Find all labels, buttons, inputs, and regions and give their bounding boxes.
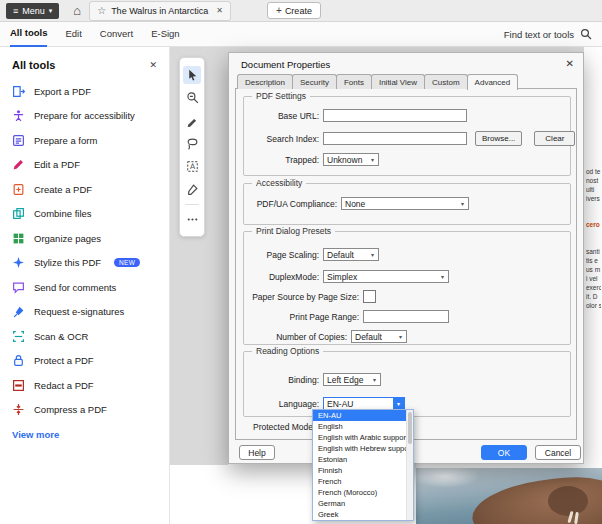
select-value: Simplex bbox=[327, 272, 357, 282]
pdfua-compliance-select[interactable]: None ▾ bbox=[341, 197, 469, 210]
select-tool[interactable] bbox=[183, 66, 201, 84]
nav-edit[interactable]: Edit bbox=[65, 22, 81, 46]
sidebar-item-protect-pdf[interactable]: Protect a PDF bbox=[0, 349, 169, 374]
language-option[interactable]: Finnish bbox=[313, 465, 413, 476]
protect-pdf-icon bbox=[12, 354, 25, 367]
sidebar-item-prepare-accessibility[interactable]: Prepare for accessibility bbox=[0, 104, 169, 129]
organize-pages-icon bbox=[12, 232, 25, 245]
eraser-tool[interactable] bbox=[183, 181, 201, 199]
stylize-pdf-icon bbox=[12, 256, 25, 269]
chevron-down-icon: ▾ bbox=[367, 249, 378, 260]
scrollbar-thumb[interactable] bbox=[408, 412, 412, 444]
sidebar-item-label: Edit a PDF bbox=[34, 159, 80, 170]
language-option[interactable]: English with Hebrew support bbox=[313, 443, 413, 454]
sidebar-item-organize-pages[interactable]: Organize pages bbox=[0, 226, 169, 251]
lasso-tool[interactable] bbox=[183, 135, 201, 153]
nav-convert[interactable]: Convert bbox=[100, 22, 133, 46]
language-dropdown-list: EN-AU English English with Arabic suppor… bbox=[312, 409, 414, 521]
language-option[interactable]: English bbox=[313, 421, 413, 432]
language-option[interactable]: French (Morocco) bbox=[313, 487, 413, 498]
menu-button[interactable]: ≡ Menu ▾ bbox=[6, 3, 59, 19]
nav-esign[interactable]: E-Sign bbox=[151, 22, 180, 46]
sidebar-item-request-esignatures[interactable]: Request e-signatures bbox=[0, 300, 169, 325]
close-icon[interactable]: ✕ bbox=[216, 6, 223, 15]
document-text-fragment: cero bbox=[586, 221, 601, 228]
sidebar-item-export-pdf[interactable]: Export a PDF bbox=[0, 79, 169, 104]
help-button[interactable]: Help bbox=[239, 445, 275, 460]
trapped-select[interactable]: Unknown ▾ bbox=[323, 153, 379, 166]
nav-all-tools[interactable]: All tools bbox=[10, 21, 47, 47]
tab-description[interactable]: Description bbox=[237, 74, 293, 89]
create-label: Create bbox=[285, 6, 312, 16]
home-button[interactable]: ⌂ bbox=[73, 3, 81, 18]
sidebar-item-scan-ocr[interactable]: Scan & OCR bbox=[0, 324, 169, 349]
select-value: None bbox=[345, 199, 365, 209]
trapped-label: Trapped: bbox=[243, 155, 319, 165]
tab-custom[interactable]: Custom bbox=[424, 74, 468, 89]
sidebar-item-edit-pdf[interactable]: Edit a PDF bbox=[0, 153, 169, 178]
sidebar-item-label: Send for comments bbox=[34, 282, 116, 293]
tab-advanced[interactable]: Advanced bbox=[467, 74, 519, 90]
sidebar-item-label: Combine files bbox=[34, 208, 92, 219]
duplex-mode-label: DuplexMode: bbox=[243, 272, 319, 282]
ok-button[interactable]: OK bbox=[481, 445, 527, 460]
duplex-mode-select[interactable]: Simplex ▾ bbox=[323, 270, 449, 283]
sidebar-item-label: Protect a PDF bbox=[34, 355, 94, 366]
more-tools[interactable] bbox=[183, 211, 201, 229]
page-scaling-select[interactable]: Default ▾ bbox=[323, 248, 379, 261]
search-index-label: Search Index: bbox=[243, 134, 319, 144]
language-option[interactable]: Greek bbox=[313, 509, 413, 520]
accessibility-icon bbox=[12, 109, 25, 122]
number-of-copies-select[interactable]: Default ▾ bbox=[351, 330, 407, 343]
prepare-form-icon bbox=[12, 134, 25, 147]
compress-pdf-icon bbox=[12, 403, 25, 416]
sidebar-item-label: Request e-signatures bbox=[34, 306, 124, 317]
svg-text:A: A bbox=[189, 162, 195, 171]
search-index-input[interactable] bbox=[323, 132, 467, 145]
document-text-fragment: nost bbox=[586, 177, 601, 184]
star-icon[interactable]: ☆ bbox=[97, 5, 106, 16]
language-option[interactable]: Estonian bbox=[313, 454, 413, 465]
combine-files-icon bbox=[12, 207, 25, 220]
tab-initial-view[interactable]: Initial View bbox=[371, 74, 425, 89]
language-option[interactable]: French bbox=[313, 476, 413, 487]
sidebar-item-send-comments[interactable]: Send for comments bbox=[0, 275, 169, 300]
browse-button[interactable]: Browse... bbox=[475, 131, 522, 146]
language-option[interactable]: EN-AU bbox=[313, 410, 413, 421]
sidebar-item-label: Redact a PDF bbox=[34, 380, 94, 391]
sidebar-title: All tools bbox=[12, 59, 55, 71]
binding-select[interactable]: Left Edge ▾ bbox=[323, 373, 381, 386]
sidebar-item-stylize-pdf[interactable]: Stylize this PDF NEW bbox=[0, 251, 169, 276]
clear-button[interactable]: Clear bbox=[534, 131, 575, 146]
chevron-down-icon: ▾ bbox=[437, 271, 448, 282]
print-page-range-input[interactable] bbox=[363, 310, 449, 323]
find-label: Find text or tools bbox=[504, 29, 574, 40]
view-more-link[interactable]: View more bbox=[0, 422, 169, 447]
zoom-tool[interactable] bbox=[183, 89, 201, 107]
sidebar-item-prepare-form[interactable]: Prepare a form bbox=[0, 128, 169, 153]
document-tab[interactable]: ☆ The Walrus in Antarctica ✕ bbox=[89, 1, 231, 21]
protected-mode-label: Protected Mode: bbox=[253, 422, 315, 432]
cancel-button[interactable]: Cancel bbox=[535, 445, 581, 460]
sidebar-item-redact-pdf[interactable]: Redact a PDF bbox=[0, 373, 169, 398]
base-url-input[interactable] bbox=[323, 109, 467, 122]
hamburger-icon: ≡ bbox=[13, 6, 18, 16]
close-icon[interactable]: ✕ bbox=[149, 60, 157, 70]
sidebar-item-label: Create a PDF bbox=[34, 184, 92, 195]
close-icon[interactable]: ✕ bbox=[566, 58, 574, 69]
sidebar-item-compress-pdf[interactable]: Compress a PDF bbox=[0, 398, 169, 423]
paper-source-checkbox[interactable] bbox=[363, 290, 376, 303]
find-tools[interactable]: Find text or tools bbox=[504, 28, 592, 40]
pen-tool[interactable] bbox=[183, 112, 201, 130]
sidebar-item-combine-files[interactable]: Combine files bbox=[0, 202, 169, 227]
create-button[interactable]: + Create bbox=[267, 2, 321, 19]
all-tools-sidebar: All tools ✕ Export a PDF Prepare for acc… bbox=[0, 47, 170, 524]
edit-text-tool[interactable]: A bbox=[183, 158, 201, 176]
document-text-fragment: us m bbox=[586, 266, 601, 273]
dropdown-scrollbar[interactable] bbox=[406, 410, 413, 520]
language-option[interactable]: German bbox=[313, 498, 413, 509]
tab-security[interactable]: Security bbox=[292, 74, 337, 89]
language-option[interactable]: English with Arabic support bbox=[313, 432, 413, 443]
tab-fonts[interactable]: Fonts bbox=[336, 74, 372, 89]
sidebar-item-create-pdf[interactable]: Create a PDF bbox=[0, 177, 169, 202]
